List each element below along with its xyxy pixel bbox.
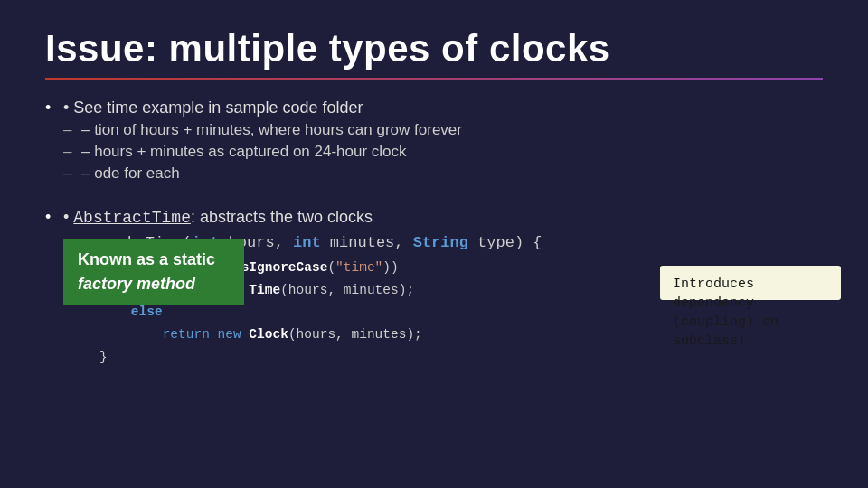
dependency-box: Introduces dependency (coupling) on subc… [660, 266, 841, 300]
known-as-line1: Known as a static [78, 250, 215, 268]
abstract-time-label: AbstractTime [73, 209, 191, 227]
bullet-see-time: • See time example in sample code folder… [45, 99, 823, 183]
sub-items: – tion of hours + minutes, where hours c… [63, 121, 823, 183]
title-underline [45, 78, 823, 80]
sub-bullet-2: – hours + minutes as captured on 24-hour… [63, 143, 823, 161]
slide: Issue: multiple types of clocks Known as… [0, 0, 868, 488]
slide-title: Issue: multiple types of clocks [45, 27, 823, 70]
sub-bullet-1: – tion of hours + minutes, where hours c… [63, 121, 823, 139]
sub-bullet-3: – ode for each [63, 164, 823, 183]
bullet-abstract-time: • AbstractTime: abstracts the two clocks [45, 208, 823, 227]
main-content: Known as a static factory method • See t… [45, 99, 823, 368]
known-as-line2: factory method [78, 275, 195, 293]
known-as-box: Known as a static factory method [63, 239, 244, 305]
dep-line1: Introduces dependency [673, 277, 754, 311]
top-bullets: • See time example in sample code folder… [45, 99, 823, 183]
